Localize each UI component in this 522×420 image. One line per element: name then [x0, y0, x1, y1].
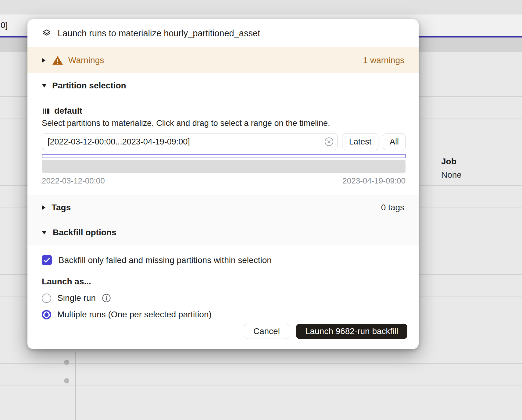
chevron-down-icon — [42, 231, 47, 234]
single-run-info-button[interactable] — [102, 294, 111, 303]
backfill-options-header[interactable]: Backfill options — [27, 220, 419, 245]
timeline-start-label: 2022-03-12-00:00 — [42, 176, 105, 186]
all-button[interactable]: All — [383, 133, 406, 150]
dimension-row: default — [42, 106, 406, 116]
status-dot — [64, 378, 69, 383]
checkbox-checked-icon[interactable] — [42, 255, 52, 265]
timeline-selection[interactable] — [42, 154, 406, 158]
partition-input-wrap — [42, 133, 338, 150]
launch-backfill-button[interactable]: Launch 9682-run backfill — [296, 324, 407, 339]
circle-x-icon — [324, 137, 334, 146]
timeline-labels: 2022-03-12-00:00 2023-04-19-09:00 — [42, 176, 406, 195]
tags-section-header[interactable]: Tags 0 tags — [27, 195, 419, 220]
background-partial-text: 0] — [1, 20, 8, 30]
tags-count: 0 tags — [381, 203, 404, 212]
warnings-count: 1 warnings — [363, 55, 404, 65]
launch-as-label: Launch as... — [42, 277, 404, 287]
job-column-label: Job — [441, 157, 456, 166]
dimension-name: default — [54, 106, 82, 116]
background-column-divider — [75, 352, 76, 420]
backfill-only-failed-label: Backfill only failed and missing partiti… — [59, 255, 272, 265]
timeline-end-label: 2023-04-19-09:00 — [342, 176, 406, 186]
single-run-radio-row[interactable]: Single run — [42, 293, 404, 303]
multiple-runs-label: Multiple runs (One per selected partitio… — [57, 310, 212, 319]
dialog-footer: Cancel Launch 9682-run backfill — [27, 324, 419, 349]
chevron-down-icon — [42, 84, 47, 87]
partition-selection-title: Partition selection — [52, 81, 126, 91]
warning-triangle-icon — [52, 55, 63, 65]
dialog-title: Launch runs to materialize hourly_partit… — [58, 28, 260, 38]
screen: 0] Job None Launch runs to materialize h… — [0, 0, 522, 420]
partition-description: Select partitions to materialize. Click … — [42, 119, 406, 128]
backfill-options-content: Backfill only failed and missing partiti… — [27, 245, 419, 319]
partition-dimension-icon — [42, 107, 50, 115]
radio-checked-icon[interactable] — [42, 310, 51, 319]
info-icon — [102, 294, 111, 303]
launch-backfill-dialog: Launch runs to materialize hourly_partit… — [27, 19, 419, 349]
clear-selection-button[interactable] — [324, 137, 334, 146]
chevron-right-icon — [42, 205, 45, 210]
partition-input-row: Latest All — [42, 133, 406, 150]
warnings-label: Warnings — [68, 55, 104, 65]
dialog-header: Launch runs to materialize hourly_partit… — [27, 19, 419, 47]
partition-selection-content: default Select partitions to materialize… — [27, 98, 419, 195]
partition-selection-header[interactable]: Partition selection — [27, 73, 419, 98]
warnings-section-header[interactable]: Warnings 1 warnings — [27, 47, 419, 73]
multiple-runs-radio-row[interactable]: Multiple runs (One per selected partitio… — [42, 310, 404, 319]
partition-range-input[interactable] — [42, 133, 338, 150]
backfill-options-title: Backfill options — [53, 228, 116, 237]
background-top-band — [0, 0, 522, 14]
backfill-only-failed-checkbox-row[interactable]: Backfill only failed and missing partiti… — [42, 255, 404, 265]
radio-unchecked-icon[interactable] — [42, 294, 51, 303]
timeline-track[interactable] — [42, 160, 406, 173]
tags-title: Tags — [52, 203, 71, 212]
single-run-label: Single run — [57, 293, 96, 303]
job-column-value: None — [441, 170, 462, 180]
layers-icon — [42, 28, 52, 38]
cancel-button[interactable]: Cancel — [244, 324, 289, 339]
chevron-right-icon — [42, 58, 45, 63]
status-dot — [64, 360, 69, 365]
latest-button[interactable]: Latest — [342, 133, 378, 150]
